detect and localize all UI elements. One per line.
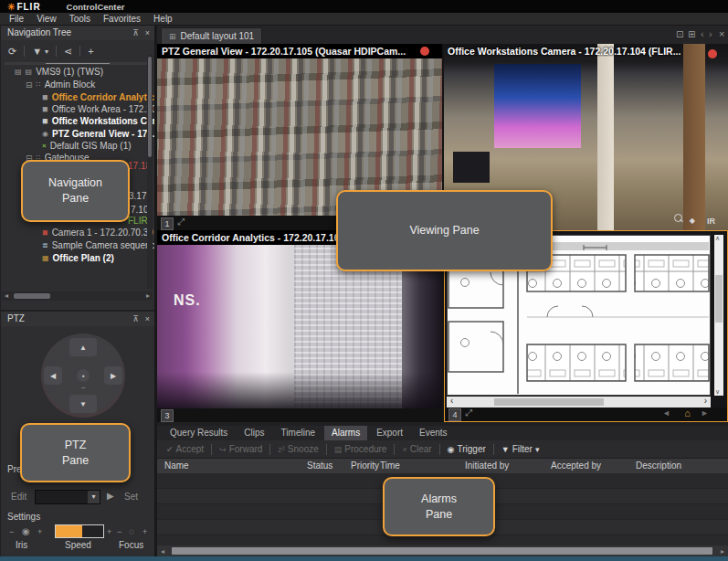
toolbar-divider: [269, 444, 270, 455]
tree-vertical-scrollbar[interactable]: [147, 55, 153, 289]
scroll-right-icon[interactable]: ›: [704, 396, 707, 406]
navigation-toolbar: ⟳ ▼ ▾ ⋖ +: [1, 42, 162, 60]
check-icon: ✔: [166, 445, 174, 454]
tree-item-server[interactable]: ▤ ▤ VMS9 (1) (TWS): [2, 66, 159, 78]
scroll-left-icon[interactable]: ◂: [5, 291, 8, 301]
tab-default-layout[interactable]: ⊞ Default layout 101: [161, 27, 262, 44]
speed-slider[interactable]: [55, 524, 104, 538]
scroll-right-icon[interactable]: ▸: [721, 547, 724, 556]
tilt-up-button[interactable]: ▲: [69, 338, 97, 356]
next-layout-icon[interactable]: ›: [709, 28, 712, 39]
close-icon[interactable]: ×: [145, 312, 150, 326]
share-icon[interactable]: ⋖: [64, 46, 72, 58]
iris-plus-button[interactable]: +: [37, 527, 42, 536]
pan-left-button[interactable]: ◀: [44, 366, 62, 385]
tab-alarms[interactable]: Alarms: [324, 426, 367, 440]
funnel-icon: ▼: [501, 445, 510, 454]
column-time[interactable]: Time: [380, 459, 400, 473]
trigger-button[interactable]: ◉ Trigger: [448, 444, 486, 454]
alarms-pane-callout: Alarms Pane: [383, 477, 495, 536]
expand-tile-icon[interactable]: ⤢: [465, 408, 472, 418]
digital-zoom-icon[interactable]: [674, 214, 682, 222]
scroll-left-icon[interactable]: ‹: [450, 396, 453, 406]
callout-label: Viewing Pane: [409, 223, 479, 238]
column-description[interactable]: Description: [636, 459, 681, 473]
scroll-left-icon[interactable]: ◂: [161, 547, 164, 556]
menu-tools[interactable]: Tools: [69, 14, 90, 24]
video-detail-wood: [683, 44, 705, 230]
filter-caret-icon[interactable]: ▾: [45, 48, 48, 56]
edit-preset-button[interactable]: Edit: [11, 492, 26, 502]
collapse-icon[interactable]: ⊟: [26, 80, 33, 90]
refresh-icon[interactable]: ⟳: [8, 46, 16, 58]
map-horizontal-scrollbar[interactable]: ‹ ›: [447, 397, 711, 408]
map-forward-icon[interactable]: ►: [701, 408, 709, 418]
previous-layout-icon[interactable]: ‹: [701, 28, 704, 39]
forward-button[interactable]: ↪ Forward: [219, 444, 262, 454]
iris-minus-button[interactable]: −: [9, 527, 14, 536]
procedure-button[interactable]: ▤ Procedure: [334, 444, 387, 454]
chevron-down-icon[interactable]: ▾: [88, 491, 100, 503]
zoom-out-bar-button[interactable]: −: [73, 384, 93, 391]
map-home-icon[interactable]: ⌂: [684, 408, 691, 418]
scroll-down-icon[interactable]: ∨: [715, 388, 720, 396]
column-accepted-by[interactable]: Accepted by: [551, 459, 601, 473]
add-to-layout-icon[interactable]: +: [88, 46, 93, 57]
scroll-right-icon[interactable]: ▸: [146, 291, 150, 301]
filter-icon[interactable]: ▼: [32, 46, 42, 57]
map-vertical-scrollbar[interactable]: ∧ ∨: [714, 235, 723, 396]
pin-icon[interactable]: ⊼: [132, 312, 139, 326]
column-initiated-by[interactable]: Initiated by: [465, 459, 509, 473]
layout-grid-icon[interactable]: ⊞: [688, 29, 695, 39]
map-back-icon[interactable]: ◄: [662, 408, 670, 418]
menu-help[interactable]: Help: [153, 14, 173, 24]
preset-select[interactable]: ▾: [35, 490, 100, 504]
left-arrow-icon: ◀: [50, 372, 56, 380]
ptz-pane-callout: PTZ Pane: [20, 423, 131, 482]
tab-timeline[interactable]: Timeline: [274, 426, 322, 440]
camera-icon: ◼: [42, 228, 48, 237]
toolbar-divider: [56, 46, 57, 57]
tab-query-results[interactable]: Query Results: [163, 426, 235, 440]
tab-export[interactable]: Export: [369, 426, 410, 440]
goto-preset-button[interactable]: ▶: [107, 491, 114, 501]
close-icon[interactable]: ×: [145, 26, 150, 40]
trigger-icon: ◉: [448, 445, 455, 454]
speed-plus-button[interactable]: +: [107, 527, 111, 536]
close-layout-icon[interactable]: ×: [719, 28, 724, 39]
menu-favorites[interactable]: Favorites: [103, 14, 141, 24]
focus-plus-button[interactable]: +: [142, 527, 147, 536]
ptz-title: PTZ: [7, 313, 25, 323]
focus-minus-button[interactable]: −: [117, 527, 121, 536]
pan-right-button[interactable]: ▶: [104, 366, 122, 385]
alarms-horizontal-scrollbar[interactable]: ◂ ▸: [157, 545, 728, 556]
tile-title-bar: PTZ General View - 172.20.17.105 (Quasar…: [157, 44, 442, 58]
tile-number-badge: 4: [448, 408, 461, 421]
clear-button[interactable]: × Clear: [402, 444, 431, 454]
viewing-tab-bar: ⊞ Default layout 101 ⊡ ⊞ ‹ › ×: [157, 26, 728, 44]
tree-item-label: Admin Block: [45, 79, 96, 90]
ir-mode-toggle[interactable]: IR: [707, 217, 715, 226]
pin-icon[interactable]: ⊼: [132, 26, 139, 40]
display-mode-icon[interactable]: ⊡: [676, 29, 683, 39]
focus-point-icon[interactable]: ◆: [690, 217, 695, 225]
video-detail-floor: [157, 372, 442, 408]
column-status[interactable]: Status: [307, 459, 332, 473]
menu-file[interactable]: File: [9, 14, 24, 24]
expand-tile-icon[interactable]: ⤢: [177, 217, 185, 228]
tree-item-admin-block[interactable]: ⊟ ∷ Admin Block: [2, 79, 170, 90]
ptz-home-button[interactable]: ●: [77, 369, 90, 382]
filter-button[interactable]: ▼ Filter ▾: [501, 444, 540, 454]
tab-clips[interactable]: Clips: [237, 426, 271, 440]
tilt-down-button[interactable]: ▼: [69, 395, 97, 413]
column-name[interactable]: Name: [164, 459, 189, 473]
snooze-button[interactable]: z² Snooze: [278, 444, 318, 454]
tree-horizontal-scrollbar[interactable]: ◂ ▸: [2, 291, 153, 301]
set-preset-button[interactable]: Set: [124, 492, 138, 502]
scroll-up-icon[interactable]: ∧: [715, 235, 720, 242]
splitter-handle[interactable]: [5, 62, 151, 65]
tab-events[interactable]: Events: [412, 426, 455, 440]
menu-view[interactable]: View: [37, 14, 57, 24]
accept-button[interactable]: ✔ Accept: [166, 444, 204, 454]
column-priority[interactable]: Priority: [351, 459, 379, 473]
